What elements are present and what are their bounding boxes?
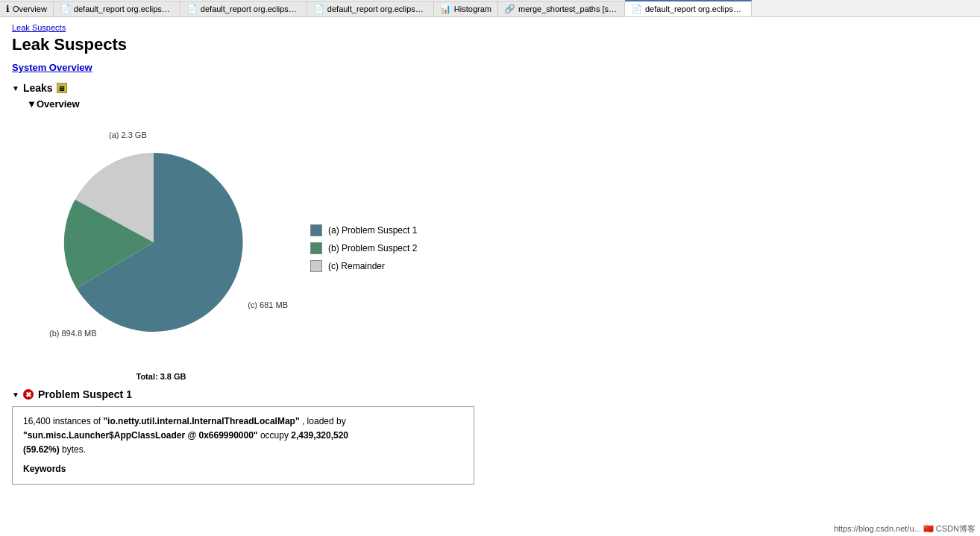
doc-icon-4: 📄: [631, 4, 642, 14]
tab-merge[interactable]: 🔗 merge_shortest_paths [selection o...: [498, 1, 625, 16]
problem-suspect-1-info-box: 16,400 instances of "io.netty.util.inter…: [12, 406, 474, 485]
legend-item-b: (b) Problem Suspect 2: [310, 242, 417, 254]
tab-default3-label: default_report org.eclipse.mat....: [327, 4, 427, 13]
chart-legend: (a) Problem Suspect 1 (b) Problem Suspec…: [310, 224, 417, 272]
bytes-suffix: bytes.: [62, 444, 86, 455]
leaks-section-heading[interactable]: ▼ Leaks ⊞: [12, 82, 968, 94]
tab-default1-label: default_report org.eclipse.mat....: [74, 4, 174, 13]
legend-color-a: [310, 224, 322, 236]
problem1-collapse-triangle: ▼: [12, 391, 19, 399]
bytes-value: 2,439,320,520: [291, 430, 348, 441]
problem-suspect-1-description: 16,400 instances of "io.netty.util.inter…: [23, 414, 463, 458]
tab-bar: ℹ Overview 📄 default_report org.eclipse.…: [0, 0, 980, 17]
legend-color-b: [310, 242, 322, 254]
instances-text: instances of: [53, 416, 103, 426]
legend-color-c: [310, 260, 322, 272]
tab-default4[interactable]: 📄 default_report org.eclipse.mat...: [625, 0, 752, 16]
tab-default3[interactable]: 📄 default_report org.eclipse.mat....: [307, 1, 434, 16]
info-icon: ℹ: [6, 4, 10, 14]
histogram-icon: 📊: [440, 4, 451, 14]
doc-icon-2: 📄: [186, 4, 198, 14]
doc-icon-3: 📄: [313, 4, 324, 14]
pie-svg: [49, 138, 258, 347]
class-name: "io.netty.util.internal.InternalThreadLo…: [103, 416, 299, 426]
overview-label: Overview: [37, 98, 80, 110]
pie-chart: (a) 2.3 GB: [42, 116, 280, 369]
tab-default2[interactable]: 📄 default_report org.eclipse.mat....: [180, 1, 307, 16]
instances-count: 16,400: [23, 416, 51, 426]
tab-default4-label: default_report org.eclipse.mat...: [645, 4, 745, 13]
legend-label-c: (c) Remainder: [328, 261, 385, 271]
legend-item-a: (a) Problem Suspect 1: [310, 224, 417, 236]
tab-histogram[interactable]: 📊 Histogram: [434, 1, 498, 16]
loaded-by-text: , loaded by: [302, 416, 346, 426]
chart-container: (a) 2.3 GB: [42, 116, 968, 381]
leaks-collapse-triangle: ▼: [12, 84, 19, 92]
legend-label-b: (b) Problem Suspect 2: [328, 243, 417, 253]
tab-default1[interactable]: 📄 default_report org.eclipse.mat....: [54, 1, 180, 16]
chart-total: Total: 3.8 GB: [42, 372, 280, 381]
breadcrumb[interactable]: Leak Suspects: [12, 23, 968, 32]
tab-overview-label: Overview: [13, 4, 47, 13]
legend-item-c: (c) Remainder: [310, 260, 417, 272]
doc-icon-1: 📄: [60, 4, 71, 14]
legend-label-a: (a) Problem Suspect 1: [328, 225, 417, 236]
error-icon-1: ✖: [23, 389, 34, 400]
overview-heading[interactable]: ▼ Overview: [27, 98, 968, 110]
keywords-label: Keywords: [23, 462, 463, 476]
merge-icon: 🔗: [504, 4, 515, 14]
tab-overview[interactable]: ℹ Overview: [0, 1, 54, 16]
system-overview-link[interactable]: System Overview: [12, 62, 92, 73]
leaks-label: Leaks: [23, 82, 53, 94]
overview-collapse-triangle: ▼: [27, 98, 37, 110]
main-content: Leak Suspects Leak Suspects System Overv…: [0, 17, 980, 491]
loader-name: "sun.misc.Launcher$AppClassLoader @ 0x66…: [23, 430, 258, 441]
percent-value: (59.62%): [23, 444, 60, 455]
leaks-icon: ⊞: [57, 83, 67, 93]
occupy-text: occupy: [260, 430, 291, 441]
tab-default2-label: default_report org.eclipse.mat....: [201, 4, 301, 13]
pie-label-c: (c) 681 MB: [248, 300, 288, 309]
page-title: Leak Suspects: [12, 35, 968, 54]
tab-merge-label: merge_shortest_paths [selection o...: [518, 4, 618, 13]
pie-label-a: (a) 2.3 GB: [109, 130, 147, 139]
pie-label-b: (b) 894.8 MB: [49, 329, 97, 338]
problem-suspect-1-label: Problem Suspect 1: [38, 388, 132, 400]
tab-histogram-label: Histogram: [454, 4, 491, 13]
problem-suspect-1-heading[interactable]: ▼ ✖ Problem Suspect 1: [12, 388, 968, 400]
problem-suspect-1-section: ▼ ✖ Problem Suspect 1 16,400 instances o…: [12, 388, 968, 485]
